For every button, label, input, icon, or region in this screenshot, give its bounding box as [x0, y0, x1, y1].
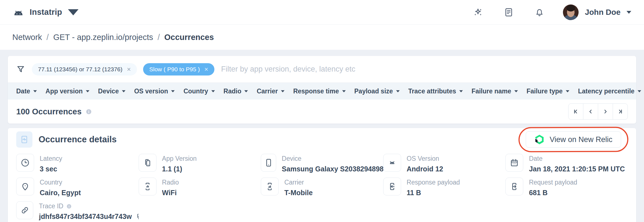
detail-field-country: CountryCairo, Egypt [16, 178, 139, 197]
field-label: Country [40, 179, 81, 186]
filter-chip: 77.11 (123456) or 77.12 (12376)× [32, 63, 137, 75]
info-icon[interactable] [66, 204, 72, 209]
filter-dropdown-trace-attributes[interactable]: Trace attributes [408, 88, 463, 95]
notifications-icon[interactable] [534, 7, 544, 17]
user-menu-chevron-icon[interactable] [626, 10, 632, 14]
android-icon [387, 158, 397, 167]
field-value-text: WiFi [162, 189, 177, 197]
filter-dropdown-payload-size[interactable]: Payload size [354, 88, 400, 95]
field-label: OS Version [407, 155, 443, 162]
detail-field-os-version: OS VersionAndroid 12 [383, 154, 506, 173]
whats-new-icon[interactable] [473, 7, 483, 17]
field-value: Jan 18, 2021 1:20:15 PM UTC [529, 165, 625, 173]
link-icon [20, 206, 30, 215]
filter-input[interactable]: Filter by app version, device, latency e… [221, 65, 355, 74]
field-value: Cairo, Egypt [40, 189, 81, 197]
filter-dropdown-failure-type[interactable]: Failure type [527, 88, 570, 95]
filter-dropdown-app-version[interactable]: App version [46, 88, 90, 95]
docs-icon[interactable] [504, 7, 514, 17]
field-text: Response payload11 B [407, 178, 460, 197]
detail-field-device: DeviceSamsung Galaxy S2038294898 Ult... [261, 154, 383, 173]
field-text: RadioWiFi [162, 178, 179, 197]
breadcrumb-separator: / [46, 33, 49, 42]
copy-icon[interactable] [136, 213, 139, 220]
field-value: Samsung Galaxy S2038294898 Ult... [282, 165, 383, 173]
chevron-down-icon [171, 90, 175, 93]
field-label: Response payload [407, 179, 460, 186]
breadcrumb-item[interactable]: GET - app.zeplin.io/projects [53, 33, 153, 42]
app-switcher[interactable]: Instatrip [12, 8, 79, 17]
field-text: Request payload681 B [529, 178, 577, 197]
detail-field-request-payload: Request payload681 B [505, 178, 628, 197]
field-value-text: 1.1 (1) [162, 165, 182, 173]
filter-dropdown-date[interactable]: Date [16, 88, 37, 95]
detail-field-latency: Latency3 sec [16, 154, 139, 173]
breadcrumb-item: Occurrences [164, 33, 214, 42]
filter-chips: 77.11 (123456) or 77.12 (12376)×Slow ( P… [32, 63, 214, 75]
section-title: Occurrence details [39, 134, 117, 145]
filter-dropdown-failure-name[interactable]: Failure name [472, 88, 518, 95]
network-document-icon [20, 135, 29, 144]
field-label: Device [282, 155, 383, 162]
first-page-button[interactable] [568, 103, 583, 120]
occurrences-header-row: 100 Occurrences [8, 100, 636, 124]
next-page-button[interactable] [598, 103, 613, 120]
dropdown-label: Carrier [257, 88, 278, 95]
avatar[interactable] [563, 4, 579, 20]
field-label-text: Request payload [529, 179, 577, 186]
filter-dropdown-country[interactable]: Country [183, 88, 215, 95]
dropdown-label: Latency percentile [578, 88, 634, 95]
chevron-down-icon [514, 90, 518, 93]
filter-icon [16, 65, 25, 74]
field-label-text: App Version [162, 155, 197, 162]
chevron-down-icon [396, 90, 400, 93]
field-label-text: Trace ID [39, 202, 63, 210]
request-payload-icon [510, 182, 519, 191]
main-content: 77.11 (123456) or 77.12 (12376)×Slow ( P… [0, 50, 644, 222]
filter-dropdown-os-version[interactable]: OS version [134, 88, 175, 95]
page-next-icon [602, 108, 609, 115]
field-text: OS VersionAndroid 12 [407, 154, 443, 173]
field-icon-box [505, 154, 523, 172]
dropdown-label: Payload size [354, 88, 393, 95]
chevron-down-icon [122, 90, 126, 93]
previous-page-button[interactable] [583, 103, 598, 120]
chevron-down-icon [33, 90, 37, 93]
filter-dropdown-carrier[interactable]: Carrier [257, 88, 285, 95]
chevron-down-icon [211, 90, 215, 93]
chevron-down-icon [637, 90, 641, 93]
field-value-text: Cairo, Egypt [40, 189, 81, 197]
field-label-text: Date [529, 155, 543, 162]
chip-close-icon[interactable]: × [204, 66, 208, 73]
last-page-button[interactable] [613, 103, 628, 120]
field-label-text: Latency [40, 155, 62, 162]
filter-dropdown-response-time[interactable]: Response time [293, 88, 346, 95]
field-label: Latency [40, 155, 62, 162]
field-label: Date [529, 155, 625, 162]
field-value-text: 681 B [529, 189, 548, 197]
breadcrumb-item[interactable]: Network [12, 33, 42, 42]
field-text: CarrierT-Mobile [284, 178, 312, 197]
chevron-down-icon [459, 90, 463, 93]
field-text: DateJan 18, 2021 1:20:15 PM UTC [529, 154, 625, 173]
filter-dropdown-device[interactable]: Device [98, 88, 126, 95]
chevron-down-icon [565, 90, 570, 93]
page-first-icon [573, 108, 579, 115]
view-on-new-relic-button[interactable]: View on New Relic [526, 131, 621, 148]
filter-dropdown-radio[interactable]: Radio [224, 88, 248, 95]
chip-close-icon[interactable]: × [127, 66, 131, 73]
app-version-icon [143, 158, 152, 167]
field-value: 11 B [407, 189, 460, 197]
filter-dropdown-latency-percentile[interactable]: Latency percentile [578, 88, 641, 95]
field-icon-box [261, 154, 276, 172]
filter-chip-label: 77.11 (123456) or 77.12 (12376) [38, 66, 122, 73]
dropdown-label: App version [46, 88, 83, 95]
field-text: CountryCairo, Egypt [40, 178, 81, 197]
field-label-text: Response payload [407, 179, 460, 186]
info-icon[interactable] [86, 108, 92, 115]
dropdown-label: Response time [293, 88, 339, 95]
field-value: 3 sec [40, 165, 62, 173]
pagination [568, 103, 628, 120]
field-icon-box [16, 154, 34, 172]
field-value-text: Samsung Galaxy S2038294898 Ult... [282, 165, 383, 173]
